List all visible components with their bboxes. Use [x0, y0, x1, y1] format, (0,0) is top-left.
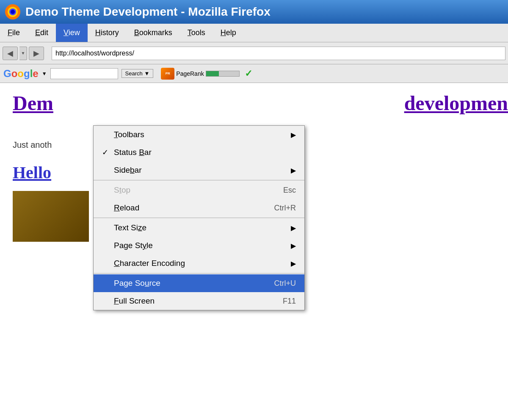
label-pagesource: Page Source [114, 279, 265, 288]
menu-edit-label: Edit [35, 28, 48, 37]
label-stop: Stop [114, 185, 275, 195]
menu-item-pagesource[interactable]: Page Source Ctrl+U [94, 274, 304, 292]
arrow-sidebar: ▶ [291, 166, 296, 174]
menu-item-pagestyle[interactable]: Page Style ▶ [94, 237, 304, 254]
menu-tools[interactable]: Tools [180, 24, 213, 42]
google-search-button[interactable]: Search ▼ [121, 69, 154, 78]
window-title: Demo Theme Development - Mozilla Firefox [25, 5, 271, 19]
label-textsize: Text Size [114, 223, 287, 232]
label-reload: Reload [114, 203, 265, 213]
label-statusbar: Status Bar [114, 148, 292, 157]
separator-2 [94, 218, 304, 218]
firefox-icon [4, 3, 21, 20]
browser-window: Demo Theme Development - Mozilla Firefox… [0, 0, 508, 420]
view-dropdown-menu: Toolbars ▶ ✓ Status Bar Sidebar ▶ Stop E… [93, 125, 305, 310]
menu-bookmarks-label: Bookmarks [134, 28, 172, 37]
site-subtitle: Just anoth [13, 140, 52, 149]
label-charencoding: Character Encoding [114, 259, 287, 268]
separator-1 [94, 180, 304, 180]
menu-help[interactable]: Help [213, 24, 244, 42]
label-sidebar: Sidebar [114, 166, 287, 175]
menu-item-toolbars[interactable]: Toolbars ▶ [94, 126, 304, 144]
site-title-left: Dem [13, 91, 53, 115]
menu-view[interactable]: View [56, 24, 88, 42]
shortcut-stop: Esc [283, 186, 296, 195]
svg-point-3 [11, 10, 15, 14]
post-title: Hello [13, 163, 51, 182]
shortcut-fullscreen: F11 [283, 297, 296, 306]
menu-edit[interactable]: Edit [28, 24, 56, 42]
separator-3 [94, 273, 304, 274]
arrow-textsize: ▶ [291, 224, 296, 232]
arrow-toolbars: ▶ [291, 131, 296, 139]
label-fullscreen: Full Screen [114, 296, 274, 306]
shortcut-reload: Ctrl+R [274, 204, 296, 213]
pagerank-fill [206, 71, 219, 76]
pagerank-checkmark: ✓ [245, 68, 252, 79]
forward-button[interactable]: ▶ [29, 47, 44, 60]
shortcut-pagesource: Ctrl+U [274, 279, 296, 288]
arrow-pagestyle: ▶ [291, 242, 296, 250]
menu-bar: File Edit View History Bookmarks Tools H… [0, 24, 508, 42]
menu-item-charencoding[interactable]: Character Encoding ▶ [94, 254, 304, 272]
arrow-charencoding: ▶ [291, 260, 296, 268]
label-toolbars: Toolbars [114, 130, 287, 139]
menu-file-label: File [8, 28, 20, 37]
back-dropdown[interactable]: ▼ [19, 47, 27, 60]
menu-item-stop[interactable]: Stop Esc [94, 181, 304, 199]
pagerank-label: PageRank [176, 70, 204, 77]
menu-view-label: View [64, 28, 80, 37]
menu-item-reload[interactable]: Reload Ctrl+R [94, 199, 304, 217]
menu-tools-label: Tools [188, 28, 205, 37]
site-title-right: developmen [404, 91, 508, 115]
menu-bookmarks[interactable]: Bookmarks [127, 24, 180, 42]
pagerank-icon: PR [161, 68, 174, 80]
pagerank-area: PR PageRank [161, 68, 239, 80]
nav-bar: ◀ ▼ ▶ [0, 42, 508, 64]
menu-item-statusbar[interactable]: ✓ Status Bar [94, 144, 304, 161]
google-toolbar: Google ▼ Search ▼ PR PageRank ✓ [0, 64, 508, 83]
menu-item-textsize[interactable]: Text Size ▶ [94, 219, 304, 237]
google-dropdown[interactable]: ▼ [42, 71, 47, 77]
google-search-input[interactable] [50, 68, 118, 79]
search-btn-label: Search [125, 70, 143, 77]
browser-content: Dem developmen Just anoth Hello Toolbars… [0, 83, 508, 420]
menu-item-fullscreen[interactable]: Full Screen F11 [94, 292, 304, 310]
pagerank-bar [206, 71, 240, 77]
back-button[interactable]: ◀ [3, 47, 18, 60]
label-pagestyle: Page Style [114, 241, 287, 250]
menu-item-sidebar[interactable]: Sidebar ▶ [94, 161, 304, 179]
menu-help-label: Help [221, 28, 236, 37]
thumbnail-image [13, 191, 89, 242]
menu-file[interactable]: File [0, 24, 28, 42]
menu-history-label: History [95, 28, 119, 37]
title-bar: Demo Theme Development - Mozilla Firefox [0, 0, 508, 24]
site-title-row: Dem developmen [13, 91, 495, 115]
google-logo: Google [3, 68, 39, 80]
address-bar[interactable] [52, 47, 505, 60]
check-statusbar: ✓ [102, 148, 112, 157]
menu-history[interactable]: History [88, 24, 127, 42]
